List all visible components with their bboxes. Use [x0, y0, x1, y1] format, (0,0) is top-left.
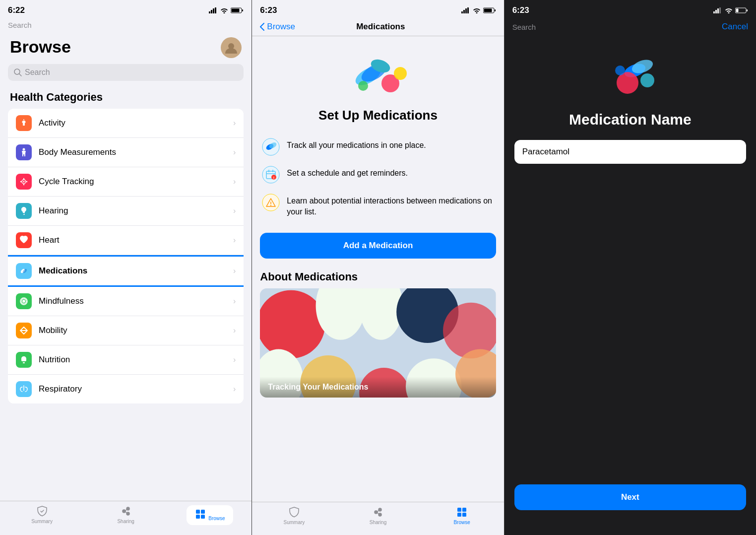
panel3-inner: 6:23 Search [504, 0, 756, 535]
category-item-hearing[interactable]: Hearing › [8, 197, 244, 226]
feature-text-1: Set a schedule and get reminders. [287, 166, 408, 179]
svg-rect-74 [457, 513, 461, 517]
category-item-cycle-tracking[interactable]: Cycle Tracking › [8, 167, 244, 197]
activity-svg [19, 118, 29, 128]
search-bar[interactable]: Search [8, 64, 244, 81]
summary-icon-p2 [288, 506, 300, 518]
category-item-activity[interactable]: Activity › [8, 109, 244, 138]
cycle-tracking-label: Cycle Tracking [39, 177, 226, 187]
nutrition-chevron: › [233, 355, 236, 364]
svg-rect-82 [736, 9, 738, 12]
cancel-button[interactable]: Cancel [722, 22, 748, 32]
medication-name-input[interactable] [522, 147, 738, 157]
medication-name-panel: 6:23 Search [504, 0, 756, 535]
tab-summary-panel2[interactable]: Summary [252, 506, 336, 525]
svg-rect-35 [495, 9, 496, 11]
mindfulness-label: Mindfulness [39, 296, 226, 306]
medication-name-input-container[interactable] [514, 140, 746, 164]
svg-point-42 [358, 81, 368, 91]
category-item-medications[interactable]: Medications › [8, 255, 244, 287]
browse-panel: 6:22 Search Browse [0, 0, 252, 535]
search-icon [14, 68, 22, 76]
svg-rect-0 [209, 11, 210, 13]
avatar-icon [224, 41, 238, 55]
svg-rect-2 [213, 8, 214, 13]
wifi-icon-p3 [725, 7, 733, 13]
status-icons-panel3 [713, 7, 748, 13]
heart-chevron: › [233, 236, 236, 245]
medication-name-title: Medication Name [504, 105, 756, 138]
svg-point-41 [394, 67, 407, 80]
back-browse-p2[interactable]: Browse [260, 22, 295, 32]
body-measurements-icon [16, 144, 32, 160]
signal-icon-p3 [713, 7, 722, 13]
svg-point-67 [375, 511, 378, 514]
mobility-label: Mobility [39, 326, 226, 335]
category-item-heart[interactable]: Heart › [8, 226, 244, 255]
svg-rect-72 [457, 508, 461, 512]
status-bar-panel1: 6:22 [0, 0, 252, 20]
tab-sharing-label-p2: Sharing [370, 520, 386, 525]
svg-rect-5 [242, 9, 243, 11]
medications-scroll[interactable]: Set Up Medications Track all your medica… [252, 36, 504, 502]
nutrition-svg [19, 355, 29, 365]
tab-sharing-panel1[interactable]: Sharing [84, 505, 168, 525]
next-button[interactable]: Next [514, 484, 746, 510]
hearing-chevron: › [233, 206, 236, 215]
wifi-icon [220, 7, 228, 13]
category-item-mindfulness[interactable]: Mindfulness › [8, 287, 244, 316]
svg-rect-6 [232, 9, 240, 12]
svg-point-57 [260, 290, 325, 358]
back-chevron-p2 [260, 23, 265, 31]
medications-svg [19, 266, 29, 276]
tab-summary-panel1[interactable]: Summary [0, 505, 84, 525]
tab-summary-label-p2: Summary [283, 520, 305, 525]
svg-point-46 [262, 166, 279, 183]
time-panel3: 6:23 [512, 5, 529, 15]
avatar[interactable] [221, 37, 242, 58]
svg-rect-31 [463, 10, 465, 13]
back-label-panel1[interactable]: Search [8, 21, 32, 29]
medications-label: Medications [39, 266, 226, 276]
svg-rect-27 [201, 510, 205, 514]
tab-bar-panel1: Summary Sharing Browse [0, 501, 252, 535]
back-search-p3[interactable]: Search [512, 23, 536, 31]
svg-point-15 [20, 181, 21, 182]
category-item-nutrition[interactable]: Nutrition › [8, 345, 244, 375]
tab-browse-label-p2: Browse [453, 520, 470, 525]
svg-rect-36 [484, 9, 492, 12]
search-placeholder: Search [25, 68, 50, 77]
feature-item-2: Learn about potential interactions betwe… [260, 189, 496, 223]
svg-rect-76 [713, 11, 715, 13]
browse-icon [194, 508, 206, 520]
nutrition-icon [16, 352, 32, 368]
status-bar-panel2: 6:23 [252, 0, 504, 20]
svg-point-19 [22, 300, 25, 303]
category-item-body-measurements[interactable]: Body Measurements › [8, 138, 244, 167]
tab-sharing-panel2[interactable]: Sharing [336, 506, 420, 525]
time-panel1: 6:22 [8, 5, 25, 15]
svg-rect-77 [715, 10, 717, 13]
mobility-chevron: › [233, 326, 236, 335]
svg-rect-75 [462, 513, 466, 517]
about-section: About Medications [260, 270, 496, 398]
medications-chevron: › [233, 267, 236, 275]
category-item-mobility[interactable]: Mobility › [8, 316, 244, 345]
medications-icon [16, 263, 32, 279]
nav-bar-panel2: Browse Medications [252, 20, 504, 36]
tab-browse-panel2[interactable]: Browse [420, 506, 504, 525]
category-item-respiratory[interactable]: Respiratory › [8, 375, 244, 403]
nutrition-label: Nutrition [39, 355, 226, 365]
svg-point-55 [270, 205, 271, 206]
svg-text:!: ! [273, 176, 274, 180]
tracking-label: Tracking Your Medications [268, 383, 368, 391]
svg-rect-3 [215, 7, 216, 13]
tab-browse-panel1[interactable]: Browse [168, 505, 252, 525]
nav-row-panel3: Search Cancel [504, 20, 756, 36]
add-medication-button[interactable]: Add a Medication [260, 233, 496, 259]
browse-scroll[interactable]: Browse Search Health Categories [0, 29, 252, 501]
setup-title: Set Up Medications [260, 104, 496, 127]
back-search-row: Search [0, 20, 252, 29]
medications-pills-graphic [338, 49, 418, 103]
svg-line-71 [378, 513, 379, 514]
